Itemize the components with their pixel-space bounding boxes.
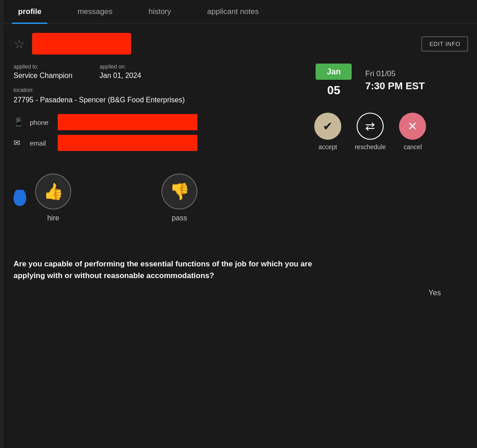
main-content: ☆ EDIT INFO applied to: Service Champion… [0,24,477,306]
applied-to-group: applied to: Service Champion [14,64,73,80]
applied-to-value: Service Champion [14,72,73,79]
email-row: ✉ email [14,135,263,151]
reschedule-label: reschedule [355,143,386,151]
month-badge: Jan [316,64,352,80]
schedule-block: Jan 05 Fri 01/05 7:30 PM EST [316,64,425,97]
pass-label: pass [172,214,187,222]
reschedule-button[interactable]: ⇄ reschedule [355,113,386,151]
email-redacted [58,135,197,151]
email-label: email [30,139,52,147]
phone-icon: 📱 [14,117,24,127]
pass-button[interactable]: 👎 pass [161,174,197,222]
question-section: Are you capable of performing the essent… [14,249,468,297]
applied-on-group: applied on: Jan 01, 2024 [100,64,142,80]
accept-icon: ✔ [314,113,341,140]
cal-row: Jan 05 Fri 01/05 7:30 PM EST [316,64,425,97]
applicant-name-redacted [32,33,131,55]
email-icon: ✉ [14,138,24,148]
applied-to-label: applied to: [14,64,73,70]
location-label: location: [14,87,263,93]
location-value: 27795 - Pasadena - Spencer (B&G Food Ent… [14,96,185,104]
tab-profile[interactable]: profile [0,0,60,23]
right-column: Jan 05 Fri 01/05 7:30 PM EST ✔ accept ⇄ [263,64,468,155]
applied-on-value: Jan 01, 2024 [100,72,142,79]
date-label: Fri 01/05 [365,69,425,78]
cancel-icon: ✕ [399,113,426,140]
thumbs-down-icon: 👎 [161,174,197,210]
time-label: 7:30 PM EST [365,80,425,92]
phone-redacted [58,114,197,130]
edit-info-button[interactable]: EDIT INFO [422,37,468,51]
header-row: ☆ EDIT INFO [14,33,468,55]
phone-label: phone [30,119,52,126]
tab-history[interactable]: history [130,0,189,23]
question-text: Are you capable of performing the essent… [14,258,320,281]
tab-bar: profile messages history applicant notes [0,0,477,24]
day-number: 05 [327,83,340,97]
answer-value: Yes [428,288,441,297]
phone-row: 📱 phone [14,114,263,130]
hire-pass-buttons: 👍 hire 👎 pass [35,174,197,222]
tab-messages[interactable]: messages [60,0,130,23]
answer-row: Yes [14,288,468,297]
tab-applicant-notes[interactable]: applicant notes [189,0,277,23]
applied-on-label: applied on: [100,64,142,70]
action-buttons: ✔ accept ⇄ reschedule ✕ cancel [314,113,427,151]
date-time-block: Fri 01/05 7:30 PM EST [365,69,425,92]
left-edge-decoration [0,0,4,448]
avatar-decoration [14,190,26,206]
hire-label: hire [47,214,60,222]
left-column: applied to: Service Champion applied on:… [14,64,263,155]
cancel-button[interactable]: ✕ cancel [399,113,426,151]
thumbs-up-icon: 👍 [35,174,71,210]
hire-button[interactable]: 👍 hire [35,174,71,222]
accept-label: accept [318,143,337,151]
hire-pass-section: 👍 hire 👎 pass [14,169,468,222]
cancel-label: cancel [404,143,422,151]
accept-button[interactable]: ✔ accept [314,113,341,151]
profile-layout: applied to: Service Champion applied on:… [14,64,468,155]
location-group: location: 27795 - Pasadena - Spencer (B&… [14,87,263,105]
reschedule-icon: ⇄ [357,113,384,140]
applied-row: applied to: Service Champion applied on:… [14,64,263,80]
favorite-icon[interactable]: ☆ [14,37,25,51]
